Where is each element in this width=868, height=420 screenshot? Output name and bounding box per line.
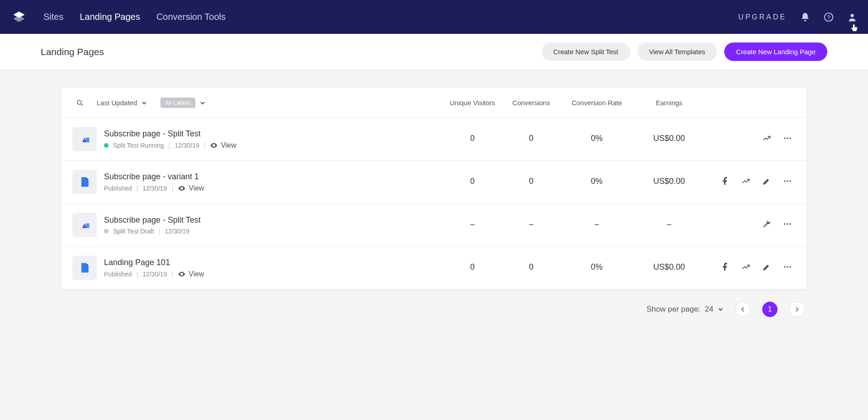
stat-visitors: 0 xyxy=(443,262,502,273)
nav-sites[interactable]: Sites xyxy=(43,12,63,22)
wrench-icon[interactable] xyxy=(762,219,771,230)
row-thumbnail xyxy=(72,127,97,151)
svg-point-9 xyxy=(784,137,786,139)
row-meta: Split Test Draft | 12/30/19 xyxy=(104,228,294,235)
pagination: Show per page: 24 1 xyxy=(61,289,807,317)
row-thumbnail xyxy=(72,213,97,237)
per-page-label: Show per page: xyxy=(646,305,700,314)
table-row: Subscribe page - Split Test Split Test R… xyxy=(61,118,807,161)
page-1-button[interactable]: 1 xyxy=(762,302,778,317)
svg-rect-16 xyxy=(86,224,90,229)
stat-earnings: US$0.00 xyxy=(633,262,705,273)
chevron-down-icon xyxy=(200,100,205,106)
edit-icon[interactable] xyxy=(762,177,771,187)
stat-visitors: – xyxy=(443,219,502,230)
top-nav-right: UPGRADE ? xyxy=(738,12,857,22)
svg-point-13 xyxy=(787,180,788,182)
row-date: 12/30/19 xyxy=(165,228,189,235)
row-info: Subscribe page - variant 1 Published | 1… xyxy=(104,172,294,192)
svg-point-22 xyxy=(789,266,791,267)
stat-conversions: 0 xyxy=(502,177,561,187)
svg-point-5 xyxy=(77,100,81,104)
stat-conversions: 0 xyxy=(502,134,561,145)
stat-rate: 0% xyxy=(561,177,633,187)
per-page-value: 24 xyxy=(705,305,713,314)
nav-conversion-tools[interactable]: Conversion Tools xyxy=(156,12,226,22)
row-status: Published xyxy=(104,185,132,192)
svg-point-19 xyxy=(789,223,791,224)
svg-point-20 xyxy=(784,266,786,267)
row-date: 12/30/19 xyxy=(142,185,167,192)
stat-visitors: 0 xyxy=(443,177,502,187)
stats-icon[interactable] xyxy=(741,177,750,187)
filter-row: Last Updated All Labels Unique Visitors … xyxy=(61,88,807,118)
view-link[interactable]: View xyxy=(178,270,204,278)
stat-rate: 0% xyxy=(561,134,633,145)
row-info: Subscribe page - Split Test Split Test D… xyxy=(104,215,294,235)
col-conversions: Conversions xyxy=(502,99,561,107)
facebook-icon[interactable] xyxy=(721,177,730,187)
col-earnings: Earnings xyxy=(633,99,705,107)
row-title[interactable]: Subscribe page - variant 1 xyxy=(104,172,294,182)
stats-icon[interactable] xyxy=(741,262,750,273)
sort-dropdown[interactable]: Last Updated xyxy=(97,99,147,107)
svg-point-4 xyxy=(850,14,854,17)
row-stats: – – – – xyxy=(443,219,796,230)
logo-icon[interactable] xyxy=(11,9,27,25)
help-icon[interactable]: ? xyxy=(824,12,834,22)
more-icon[interactable] xyxy=(783,134,792,145)
row-status: Published xyxy=(104,271,132,278)
profile-icon[interactable] xyxy=(847,12,857,22)
view-link[interactable]: View xyxy=(210,141,236,149)
edit-icon[interactable] xyxy=(762,262,771,273)
prev-page-button[interactable] xyxy=(735,302,750,317)
more-icon[interactable] xyxy=(783,177,792,187)
search-icon[interactable] xyxy=(72,99,88,107)
view-label: View xyxy=(189,270,204,278)
view-label: View xyxy=(189,184,204,192)
stats-icon[interactable] xyxy=(762,134,771,145)
col-visitors: Unique Visitors xyxy=(443,99,502,107)
stat-conversions: 0 xyxy=(502,262,561,273)
stat-earnings: US$0.00 xyxy=(633,134,705,145)
stat-earnings: US$0.00 xyxy=(633,177,705,187)
chevron-down-icon xyxy=(718,307,723,312)
landing-pages-card: Last Updated All Labels Unique Visitors … xyxy=(61,88,807,289)
nav-landing-pages[interactable]: Landing Pages xyxy=(80,12,140,22)
create-landing-page-button[interactable]: Create New Landing Page xyxy=(724,42,827,61)
sort-label: Last Updated xyxy=(97,99,137,107)
svg-text:?: ? xyxy=(827,14,830,20)
more-icon[interactable] xyxy=(783,262,792,273)
row-date: 12/30/19 xyxy=(175,142,199,149)
row-status: Split Test Running xyxy=(113,142,164,149)
view-label: View xyxy=(221,141,236,149)
row-stats: 0 0 0% US$0.00 xyxy=(443,262,796,273)
status-dot xyxy=(104,229,108,233)
bell-icon[interactable] xyxy=(800,12,810,22)
row-actions xyxy=(705,177,796,187)
row-title[interactable]: Subscribe page - Split Test xyxy=(104,129,294,139)
stat-visitors: 0 xyxy=(443,134,502,145)
svg-point-12 xyxy=(784,180,786,182)
labels-pill: All Labels xyxy=(160,98,195,108)
row-thumbnail xyxy=(72,256,97,280)
top-nav: Sites Landing Pages Conversion Tools UPG… xyxy=(0,0,868,34)
labels-dropdown[interactable]: All Labels xyxy=(147,98,205,108)
sub-header: Landing Pages Create New Split Test View… xyxy=(0,34,868,70)
view-all-templates-button[interactable]: View All Templates xyxy=(637,42,717,61)
next-page-button[interactable] xyxy=(789,302,805,317)
row-actions xyxy=(705,134,796,145)
svg-line-6 xyxy=(81,104,83,106)
create-split-test-button[interactable]: Create New Split Test xyxy=(542,42,630,61)
row-info: Landing Page 101 Published | 12/30/19 |V… xyxy=(104,258,294,278)
facebook-icon[interactable] xyxy=(721,262,730,273)
svg-marker-1 xyxy=(13,15,24,22)
view-link[interactable]: View xyxy=(178,184,204,192)
upgrade-link[interactable]: UPGRADE xyxy=(738,13,787,21)
per-page-select[interactable]: Show per page: 24 xyxy=(646,305,723,314)
more-icon[interactable] xyxy=(783,219,792,230)
row-title[interactable]: Subscribe page - Split Test xyxy=(104,215,294,225)
row-title[interactable]: Landing Page 101 xyxy=(104,258,294,267)
row-meta: Published | 12/30/19 |View xyxy=(104,184,294,192)
stat-earnings: – xyxy=(633,219,705,230)
